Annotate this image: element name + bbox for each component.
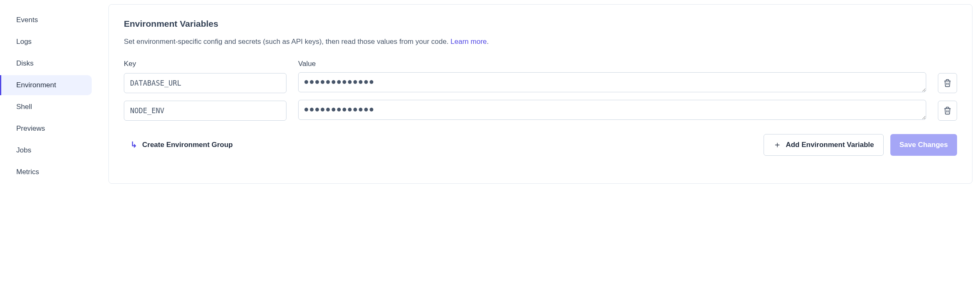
sidebar-item-label: Events bbox=[16, 16, 38, 24]
env-var-row: ●●●●●●●●●●●●● bbox=[124, 100, 957, 122]
sidebar: Events Logs Disks Environment Shell Prev… bbox=[0, 4, 92, 184]
sidebar-item-environment[interactable]: Environment bbox=[0, 75, 92, 95]
section-title: Environment Variables bbox=[124, 19, 957, 29]
sidebar-item-label: Environment bbox=[16, 81, 56, 89]
sidebar-item-logs[interactable]: Logs bbox=[0, 32, 92, 52]
create-group-label: Create Environment Group bbox=[142, 141, 233, 149]
create-environment-group-button[interactable]: ↳ Create Environment Group bbox=[124, 140, 233, 150]
main-panel: Environment Variables Set environment-sp… bbox=[108, 4, 972, 184]
sidebar-item-label: Shell bbox=[16, 103, 32, 111]
delete-env-var-button[interactable] bbox=[938, 101, 957, 121]
add-var-label: Add Environment Variable bbox=[786, 141, 874, 149]
add-environment-variable-button[interactable]: ＋ Add Environment Variable bbox=[764, 134, 884, 156]
description-post: . bbox=[487, 38, 489, 46]
sidebar-item-label: Jobs bbox=[16, 146, 31, 154]
footer-row: ↳ Create Environment Group ＋ Add Environ… bbox=[124, 134, 957, 156]
arrow-return-icon: ↳ bbox=[131, 140, 137, 150]
env-key-input[interactable] bbox=[124, 101, 286, 121]
sidebar-item-label: Metrics bbox=[16, 168, 39, 176]
save-changes-button[interactable]: Save Changes bbox=[890, 134, 957, 156]
footer-actions: ＋ Add Environment Variable Save Changes bbox=[764, 134, 957, 156]
env-key-input[interactable] bbox=[124, 73, 286, 93]
section-description: Set environment-specific config and secr… bbox=[124, 36, 957, 47]
sidebar-item-label: Previews bbox=[16, 124, 45, 132]
trash-icon bbox=[943, 79, 952, 87]
plus-icon: ＋ bbox=[773, 139, 781, 150]
value-column-header: Value bbox=[298, 60, 957, 68]
sidebar-item-events[interactable]: Events bbox=[0, 10, 92, 30]
env-value-input[interactable]: ●●●●●●●●●●●●● bbox=[298, 100, 926, 120]
sidebar-item-label: Logs bbox=[16, 38, 32, 46]
env-header-row: Key Value bbox=[124, 60, 957, 68]
sidebar-item-shell[interactable]: Shell bbox=[0, 97, 92, 117]
delete-env-var-button[interactable] bbox=[938, 73, 957, 93]
sidebar-item-previews[interactable]: Previews bbox=[0, 119, 92, 139]
description-text: Set environment-specific config and secr… bbox=[124, 38, 450, 46]
env-var-row: ●●●●●●●●●●●●● bbox=[124, 72, 957, 94]
key-column-header: Key bbox=[124, 60, 286, 68]
sidebar-item-disks[interactable]: Disks bbox=[0, 53, 92, 74]
sidebar-item-metrics[interactable]: Metrics bbox=[0, 162, 92, 182]
env-value-input[interactable]: ●●●●●●●●●●●●● bbox=[298, 72, 926, 92]
sidebar-item-label: Disks bbox=[16, 59, 34, 67]
sidebar-item-jobs[interactable]: Jobs bbox=[0, 140, 92, 160]
save-label: Save Changes bbox=[900, 141, 948, 149]
trash-icon bbox=[943, 106, 952, 115]
learn-more-link[interactable]: Learn more bbox=[450, 38, 487, 46]
